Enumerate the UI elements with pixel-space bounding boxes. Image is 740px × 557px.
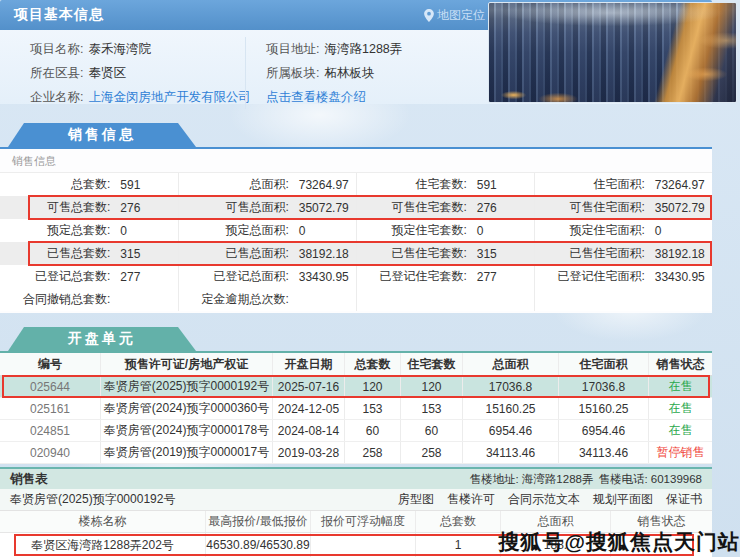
field-value: 276 xyxy=(467,201,497,215)
unit-res-units: 258 xyxy=(400,442,462,463)
tab-opening-units[interactable]: 开盘单元 xyxy=(8,327,196,351)
col-header: 住宅套数 xyxy=(400,353,462,375)
opening-units-section: 开盘单元 编号 预售许可证/房地产权证 开盘日期 总套数 住宅套数 总面积 住宅… xyxy=(0,327,712,464)
status-badge: 在售 xyxy=(648,398,712,419)
field-label: 项目地址: xyxy=(266,42,319,56)
sales-table-header-bar: 销售表 售楼地址: 海湾路1288弄 售楼电话: 60139968 xyxy=(0,467,712,489)
col-header: 楼栋名称 xyxy=(0,511,205,532)
sales-permit-link[interactable]: 售楼许可 xyxy=(447,491,495,508)
unit-id: 025161 xyxy=(0,398,100,419)
unit-date: 2025-07-16 xyxy=(272,376,344,397)
field-label: 预定住宅面积: xyxy=(535,222,645,239)
unit-total-units: 60 xyxy=(344,420,400,441)
project-info-left-column: 项目名称:泰禾海湾院 所在区县:奉贤区 企业名称:上海金闵房地产开发有限公司 xyxy=(30,37,245,109)
project-photo xyxy=(488,2,737,103)
unit-id: 025644 xyxy=(0,376,100,397)
unit-date: 2024-08-14 xyxy=(272,420,344,441)
unit-res-area: 15160.25 xyxy=(558,398,648,419)
planning-map-link[interactable]: 规划平面图 xyxy=(593,491,653,508)
opening-unit-row[interactable]: 020940 奉贤房管(2019)预字0000017号 2019-03-28 2… xyxy=(0,442,712,464)
col-header: 总套数 xyxy=(415,511,500,532)
unit-total-units: 258 xyxy=(344,442,400,463)
field-value: 315 xyxy=(110,247,140,261)
developer-field: 企业名称:上海金闵房地产开发有限公司 xyxy=(30,85,245,109)
unit-res-units: 120 xyxy=(400,376,462,397)
map-locate-label: 地图定位 xyxy=(437,7,485,24)
field-value: 277 xyxy=(110,270,140,284)
field-label: 总面积: xyxy=(179,176,289,193)
unit-id: 020940 xyxy=(0,442,100,463)
field-label: 已售总面积: xyxy=(179,245,289,262)
map-locate-link[interactable]: 地图定位 xyxy=(424,7,485,24)
field-label: 总套数: xyxy=(0,176,110,193)
field-label: 预定总套数: xyxy=(0,222,110,239)
developer-link[interactable]: 上海金闵房地产开发有限公司 xyxy=(88,90,251,104)
project-block-field: 所属板块:柘林板块 xyxy=(266,61,490,85)
field-label: 项目名称: xyxy=(30,42,83,56)
col-header: 住宅面积 xyxy=(558,353,648,375)
field-label: 已登记总套数: xyxy=(0,268,110,285)
field-value: 73264.97 xyxy=(289,178,349,192)
opening-unit-row[interactable]: 024851 奉贤房管(2024)预字0000178号 2024-08-14 6… xyxy=(0,420,712,442)
field-label: 已售住宅套数: xyxy=(357,245,467,262)
status-badge: 暂停销售 xyxy=(648,442,712,463)
sales-info-row-cancelled: 合同撤销总套数: 定金逾期总次数: xyxy=(0,288,712,311)
view-intro-field: 点击查看楼盘介绍 xyxy=(266,85,490,109)
field-value: 35072.79 xyxy=(645,201,705,215)
opening-units-header-row: 编号 预售许可证/房地产权证 开盘日期 总套数 住宅套数 总面积 住宅面积 销售… xyxy=(0,353,712,376)
sales-table-title: 销售表 xyxy=(10,471,48,488)
project-info-right-column: 项目地址:海湾路1288弄 所属板块:柘林板块 点击查看楼盘介绍 xyxy=(245,37,490,109)
unit-res-units: 60 xyxy=(400,420,462,441)
field-value: 591 xyxy=(110,178,140,192)
opening-unit-row[interactable]: 025161 奉贤房管(2024)预字0000360号 2024-12-05 1… xyxy=(0,398,712,420)
opening-units-table: 编号 预售许可证/房地产权证 开盘日期 总套数 住宅套数 总面积 住宅面积 销售… xyxy=(0,353,712,464)
unit-license: 奉贤房管(2024)预字0000178号 xyxy=(100,420,272,441)
unit-res-area: 6954.46 xyxy=(558,420,648,441)
sales-info-row-reserved: 预定总套数:0 预定总面积:0 预定住宅套数:0 预定住宅面积:0 xyxy=(0,219,712,242)
field-value: 0 xyxy=(110,224,127,238)
map-pin-icon xyxy=(424,9,434,22)
floorplan-link[interactable]: 房型图 xyxy=(398,491,434,508)
col-header: 预售许可证/房地产权证 xyxy=(100,353,272,375)
field-value: 276 xyxy=(110,201,140,215)
contract-template-link[interactable]: 合同示范文本 xyxy=(508,491,580,508)
guarantee-link[interactable]: 保证书 xyxy=(666,491,702,508)
sales-office-contact: 售楼地址: 海湾路1288弄 售楼电话: 60139968 xyxy=(469,472,702,487)
unit-license: 奉贤房管(2019)预字0000017号 xyxy=(100,442,272,463)
field-value: 38192.18 xyxy=(289,247,349,261)
field-label: 已登记住宅套数: xyxy=(357,268,467,285)
building-float-range xyxy=(310,533,415,557)
sales-info-sublabel: 销售信息 xyxy=(0,149,712,173)
unit-date: 2019-03-28 xyxy=(272,442,344,463)
field-label: 住宅套数: xyxy=(357,176,467,193)
unit-total-area: 15160.25 xyxy=(462,398,558,419)
field-label: 已售住宅面积: xyxy=(535,245,645,262)
project-district-field: 所在区县:奉贤区 xyxy=(30,61,245,85)
view-intro-link[interactable]: 点击查看楼盘介绍 xyxy=(266,90,366,104)
tab-sales-info[interactable]: 销售信息 xyxy=(8,123,196,147)
sales-table-license-row: 奉贤房管(2025)预字0000192号 房型图 售楼许可 合同示范文本 规划平… xyxy=(0,489,712,511)
field-label: 已登记住宅面积: xyxy=(535,268,645,285)
col-header: 总套数 xyxy=(344,353,400,375)
opening-unit-row-selected[interactable]: 025644 奉贤房管(2025)预字0000192号 2025-07-16 1… xyxy=(0,376,712,398)
page-title: 项目基本信息 xyxy=(14,6,104,24)
field-value: 0 xyxy=(467,224,484,238)
building-price: 46530.89/46530.89 xyxy=(205,533,310,557)
building-name: 奉贤区海湾路1288弄202号 xyxy=(0,533,205,557)
field-label: 定金逾期总次数: xyxy=(179,291,289,308)
project-address-field: 项目地址:海湾路1288弄 xyxy=(266,37,490,61)
field-label: 预定总面积: xyxy=(179,222,289,239)
unit-total-area: 17036.8 xyxy=(462,376,558,397)
field-label: 已售总套数: xyxy=(0,245,110,262)
building-total-units: 1 xyxy=(415,533,500,557)
unit-res-units: 153 xyxy=(400,398,462,419)
watermark-text: 搜狐号@搜狐焦点天门站 xyxy=(499,528,740,556)
field-value: 73264.97 xyxy=(645,178,705,192)
field-value: 315 xyxy=(467,247,497,261)
col-header: 总面积 xyxy=(462,353,558,375)
field-value: 海湾路1288弄 xyxy=(324,42,402,56)
project-name-field: 项目名称:泰禾海湾院 xyxy=(30,37,245,61)
col-header: 报价可浮动幅度 xyxy=(310,511,415,532)
field-value: 泰禾海湾院 xyxy=(88,42,151,56)
field-label: 所属板块: xyxy=(266,66,319,80)
